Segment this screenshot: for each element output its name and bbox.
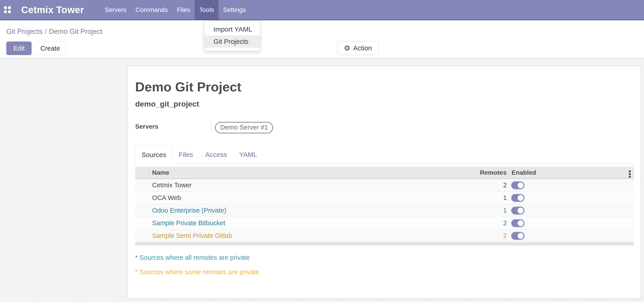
nav-item-servers[interactable]: Servers [100, 0, 131, 20]
apps-grid-dot [8, 10, 11, 13]
enabled-toggle[interactable] [511, 182, 524, 189]
tab-access[interactable]: Access [199, 146, 233, 164]
apps-grid-icon[interactable] [4, 6, 11, 13]
internal-name: demo_git_project [135, 100, 199, 108]
brand-title[interactable]: Cetmix Tower [21, 0, 84, 20]
apps-grid-dot [4, 6, 7, 9]
column-header-remotes[interactable]: Remotes [403, 167, 510, 178]
sources-table: Name Remotes Enabled Cetmix Tower 2 OCA … [135, 167, 634, 246]
footnote-some-private: * Sources where some remotes are private [135, 268, 259, 276]
footnote-all-private: * Sources where all remotes are private [135, 254, 250, 261]
breadcrumb-parent-link[interactable]: Git Projects [6, 28, 42, 36]
column-header-selector [135, 167, 150, 178]
tab-yaml[interactable]: YAML [233, 146, 263, 164]
remotes-count: 1 [403, 192, 510, 204]
column-header-enabled[interactable]: Enabled [510, 167, 634, 178]
servers-field-label: Servers [135, 123, 158, 130]
table-footer-strip [135, 242, 634, 246]
table-row[interactable]: Sample Private Bitbucket 2 [135, 217, 634, 230]
button-row: Edit Create [6, 42, 67, 55]
gear-icon: ⚙ [344, 44, 350, 52]
source-name: Odoo Enterprise (Private) [150, 204, 403, 217]
table-row[interactable]: Sample Semi Private Gitlab 2 [135, 230, 634, 242]
nav-item-commands[interactable]: Commands [131, 0, 172, 20]
dropdown-item-import-yaml[interactable]: Import YAML [204, 23, 260, 36]
action-button[interactable]: ⚙ Action [337, 41, 379, 55]
form-card: Demo Git Project demo_git_project Server… [127, 66, 641, 299]
notebook-tabs: Sources Files Access YAML [135, 146, 634, 164]
tab-sources[interactable]: Sources [135, 146, 172, 164]
column-header-name[interactable]: Name [150, 167, 403, 178]
breadcrumb-separator: / [42, 28, 49, 36]
enabled-toggle[interactable] [511, 194, 524, 202]
nav-item-files[interactable]: Files [172, 0, 195, 20]
server-tag[interactable]: Demo Server #1 [215, 122, 273, 134]
table-row[interactable]: Cetmix Tower 2 [135, 179, 634, 192]
edit-button[interactable]: Edit [6, 42, 32, 55]
content-background: Demo Git Project demo_git_project Server… [0, 59, 644, 302]
remotes-count: 2 [403, 217, 510, 229]
breadcrumb: Git Projects/Demo Git Project [6, 28, 102, 36]
table-row[interactable]: Odoo Enterprise (Private) 1 [135, 204, 634, 217]
apps-grid-dot [8, 6, 11, 9]
remotes-count: 1 [403, 204, 510, 217]
breadcrumb-current: Demo Git Project [49, 28, 102, 36]
source-name: Sample Private Bitbucket [150, 217, 403, 229]
remotes-count: 2 [403, 179, 510, 192]
enabled-toggle[interactable] [511, 232, 524, 240]
apps-grid-dot [4, 10, 7, 13]
page-title: Demo Git Project [135, 79, 242, 94]
nav-menu: Servers Commands Files Tools Settings [100, 0, 250, 20]
dropdown-item-git-projects[interactable]: Git Projects [204, 36, 260, 48]
enabled-toggle[interactable] [511, 207, 524, 214]
top-navbar: Cetmix Tower Servers Commands Files Tool… [0, 0, 644, 20]
remotes-count: 2 [403, 230, 510, 242]
tab-files[interactable]: Files [172, 146, 199, 164]
nav-item-tools[interactable]: Tools [195, 0, 218, 20]
action-button-label: Action [353, 42, 372, 54]
vertical-ellipsis-icon[interactable] [628, 170, 631, 178]
source-name: Cetmix Tower [150, 179, 403, 192]
tools-dropdown-menu: Import YAML Git Projects [204, 20, 260, 51]
servers-field-row: Servers Demo Server #1 [135, 120, 361, 135]
create-button[interactable]: Create [34, 42, 67, 55]
enabled-toggle[interactable] [511, 220, 524, 227]
source-name: OCA Web [150, 192, 403, 204]
table-header: Name Remotes Enabled [135, 167, 634, 179]
field-separator [211, 120, 211, 135]
control-panel: Git Projects/Demo Git Project Edit Creat… [0, 20, 644, 59]
table-row[interactable]: OCA Web 1 [135, 192, 634, 204]
nav-item-settings[interactable]: Settings [218, 0, 250, 20]
source-name: Sample Semi Private Gitlab [150, 230, 403, 242]
